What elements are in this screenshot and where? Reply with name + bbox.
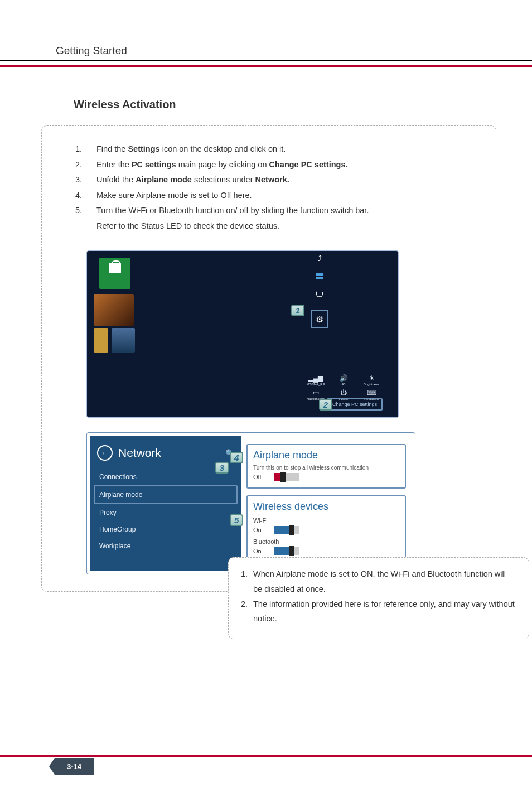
manual-page: Getting Started Wireless Activation 1.Fi… bbox=[0, 0, 532, 787]
power-icon: ⏻ bbox=[339, 389, 348, 396]
step-5: 5.Turn the Wi-Fi or Bluetooth function o… bbox=[75, 203, 479, 234]
keyboard-icon: ⌨ bbox=[367, 389, 376, 396]
wireless-title: Wireless devices bbox=[253, 501, 399, 513]
airplane-mode-panel: Airplane mode Turn this on to stop all w… bbox=[246, 444, 406, 489]
instruction-box: 1.Find the Settings icon on the desktop … bbox=[41, 125, 496, 592]
nav-connections[interactable]: Connections bbox=[97, 469, 234, 485]
airplane-sub: Turn this on to stop all wireless commun… bbox=[253, 465, 399, 471]
quick-settings-grid: ▂▄▆MSSNA_RF 🔊40 ☀Brightness ▭Notificatio… bbox=[306, 375, 381, 400]
accent-divider bbox=[0, 65, 532, 67]
callout-3: 3 bbox=[215, 462, 229, 474]
nav-title-row: ← Network 🔍 bbox=[97, 445, 234, 461]
sound-quick[interactable]: 🔊40 bbox=[333, 375, 354, 386]
brightness-quick[interactable]: ☀Brightness bbox=[361, 375, 381, 386]
callout-5: 5 bbox=[230, 514, 243, 526]
speaker-icon: 🔊 bbox=[339, 375, 348, 382]
network-quick[interactable]: ▂▄▆MSSNA_RF bbox=[306, 375, 326, 386]
page-number-badge: 3-14 bbox=[55, 758, 94, 775]
settings-nav-pane: ← Network 🔍 3 Connections Airplane mode … bbox=[90, 436, 241, 571]
store-tile[interactable] bbox=[99, 258, 130, 289]
screenshot-network-settings: ← Network 🔍 3 Connections Airplane mode … bbox=[86, 432, 415, 574]
airplane-toggle[interactable] bbox=[274, 473, 299, 481]
step-2: 2.Enter the PC settings main page by cli… bbox=[75, 157, 479, 173]
change-pc-settings-link[interactable]: Change PC settings bbox=[327, 398, 383, 411]
tile[interactable] bbox=[94, 294, 134, 326]
airplane-title: Airplane mode bbox=[253, 450, 399, 461]
gear-icon: ⚙ bbox=[316, 314, 323, 325]
step-1: 1.Find the Settings icon on the desktop … bbox=[75, 142, 479, 157]
charms-bar: ⤴ 🖵 ⚙ bbox=[308, 253, 331, 328]
nav-airplane-mode[interactable]: Airplane mode bbox=[94, 485, 238, 504]
airplane-switch-row: Off bbox=[253, 473, 399, 481]
store-icon bbox=[109, 263, 121, 273]
share-charm[interactable]: ⤴ bbox=[314, 253, 325, 263]
tile[interactable] bbox=[94, 328, 108, 353]
wifi-label: Wi-Fi bbox=[253, 517, 399, 524]
callout-2: 2 bbox=[319, 399, 332, 411]
callout-1: 1 bbox=[291, 305, 304, 316]
back-arrow-icon: ← bbox=[100, 448, 109, 458]
note-2: 2.The information provided here is for r… bbox=[241, 597, 516, 627]
nav-title: Network bbox=[118, 446, 220, 460]
signal-icon: ▂▄▆ bbox=[311, 375, 320, 382]
note-1: 1.When Airplane mode is set to ON, the W… bbox=[241, 567, 516, 597]
tile[interactable] bbox=[112, 328, 135, 353]
nav-proxy[interactable]: Proxy bbox=[97, 504, 234, 521]
wifi-toggle[interactable] bbox=[274, 526, 299, 534]
notes-list: 1.When Airplane mode is set to ON, the W… bbox=[241, 567, 516, 626]
nav-homegroup[interactable]: HomeGroup bbox=[97, 521, 234, 538]
section-title: Wireless Activation bbox=[74, 98, 499, 111]
instruction-steps: 1.Find the Settings icon on the desktop … bbox=[59, 142, 479, 234]
nav-workplace[interactable]: Workplace bbox=[97, 538, 234, 554]
step-3: 3.Unfold the Airplane mode selections un… bbox=[75, 172, 479, 188]
wifi-row: Wi-Fi On bbox=[253, 517, 399, 534]
bluetooth-state: On bbox=[253, 548, 270, 554]
divider bbox=[0, 60, 532, 61]
wireless-devices-panel: Wireless devices Wi-Fi On Bluetooth On bbox=[246, 495, 406, 563]
screenshot-start-charms: ⤴ 🖵 ⚙ 1 ▂▄▆MSSNA_RF 🔊40 ☀Brightness ▭Not… bbox=[86, 250, 399, 418]
accent-divider-bottom bbox=[0, 755, 532, 757]
screenshots: ⤴ 🖵 ⚙ 1 ▂▄▆MSSNA_RF 🔊40 ☀Brightness ▭Not… bbox=[86, 250, 479, 574]
bluetooth-row: Bluetooth On bbox=[253, 538, 399, 555]
brightness-icon: ☀ bbox=[367, 375, 376, 382]
bluetooth-toggle[interactable] bbox=[274, 547, 299, 555]
settings-charm[interactable]: ⚙ bbox=[311, 310, 328, 328]
notifications-icon: ▭ bbox=[311, 389, 320, 396]
airplane-state-label: Off bbox=[253, 474, 270, 480]
step-4: 4.Make sure Airplane mode is set to Off … bbox=[75, 188, 479, 204]
wifi-state: On bbox=[253, 527, 270, 533]
page-header: Getting Started bbox=[39, 45, 499, 57]
bluetooth-label: Bluetooth bbox=[253, 538, 399, 545]
notes-box: 1.When Airplane mode is set to ON, the W… bbox=[228, 557, 529, 639]
start-charm[interactable] bbox=[314, 271, 325, 281]
back-button[interactable]: ← bbox=[97, 445, 113, 461]
callout-4: 4 bbox=[230, 452, 243, 463]
start-tiles bbox=[94, 258, 233, 358]
settings-content-pane: 4 Airplane mode Turn this on to stop all… bbox=[241, 436, 412, 571]
devices-charm[interactable]: 🖵 bbox=[314, 289, 325, 299]
